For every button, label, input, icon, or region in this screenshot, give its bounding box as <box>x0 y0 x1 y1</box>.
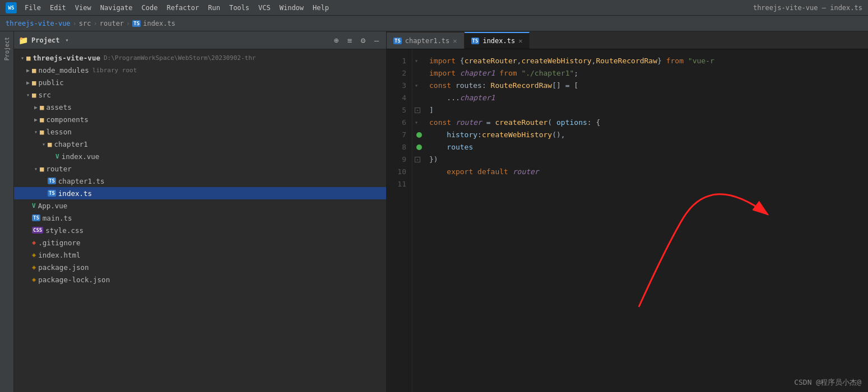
public-icon: ■ <box>32 78 36 87</box>
package-lock-icon: ◈ <box>32 276 36 283</box>
tree-index-ts[interactable]: ▶ TS index.ts <box>14 187 386 199</box>
tab-chapter1[interactable]: TS chapter1.ts ✕ <box>387 32 465 49</box>
node-modules-arrow: ▶ <box>24 67 32 73</box>
fold-box-5: - <box>415 108 420 113</box>
breadcrumb-project[interactable]: threejs-vite-vue <box>6 20 71 27</box>
code-line-3: const routes: RouteRecordRaw[] = [ <box>429 80 868 92</box>
tree-src[interactable]: ▾ ■ src <box>14 88 386 101</box>
code-content[interactable]: import {createRouter,createWebHistory,Ro… <box>424 49 868 392</box>
tree-main-ts[interactable]: ▶ TS main.ts <box>14 212 386 224</box>
lesson-icon: ■ <box>40 128 44 136</box>
line-num-5: 5 <box>387 104 406 116</box>
window-title: threejs-vite-vue – index.ts <box>753 4 862 12</box>
line-num-4: 4 <box>387 92 406 104</box>
index-vue-label: index.vue <box>62 152 100 161</box>
tree-app-vue[interactable]: ▶ V App.vue <box>14 199 386 212</box>
main-ts-icon: TS <box>32 214 40 221</box>
menu-file[interactable]: File <box>21 3 44 13</box>
gitignore-label: .gitignore <box>38 239 80 247</box>
assets-label: assets <box>47 103 72 111</box>
line-numbers: 1 2 3 4 5 6 7 8 9 10 11 <box>387 49 412 392</box>
gutter-2 <box>415 67 424 80</box>
menu-bar[interactable]: File Edit View Navigate Code Refactor Ru… <box>21 3 332 13</box>
tree-chapter1-ts[interactable]: ▶ TS chapter1.ts <box>14 175 386 187</box>
code-line-11 <box>429 178 868 190</box>
folder-icon: 📁 <box>18 36 28 45</box>
menu-navigate[interactable]: Navigate <box>97 3 136 13</box>
gutter-6: ▾ <box>415 116 424 129</box>
fold-box-9: - <box>415 157 420 162</box>
line-num-3: 3 <box>387 80 406 92</box>
code-editor[interactable]: 1 2 3 4 5 6 7 8 9 10 11 ▾ ▾ <box>387 49 868 392</box>
chapter1-label: chapter1 <box>54 140 88 148</box>
line-num-9: 9 <box>387 153 406 166</box>
add-icon[interactable]: ⊕ <box>331 35 341 45</box>
tree-lesson[interactable]: ▾ ■ lesson <box>14 125 386 138</box>
tree-node-modules[interactable]: ▶ ■ node_modules library root <box>14 64 386 76</box>
root-folder-icon: ■ <box>26 54 31 62</box>
style-css-label: style.css <box>45 226 83 235</box>
code-line-1: import {createRouter,createWebHistory,Ro… <box>429 55 868 67</box>
public-label: public <box>39 78 64 87</box>
tree-public[interactable]: ▶ ■ public <box>14 76 386 88</box>
code-line-8: routes <box>429 141 868 153</box>
tree-style-css[interactable]: ▶ CSS style.css <box>14 224 386 236</box>
chapter1-arrow: ▾ <box>40 141 48 147</box>
menu-edit[interactable]: Edit <box>47 3 69 13</box>
breadcrumb-router[interactable]: router <box>100 20 124 27</box>
collapse-all-icon[interactable]: ≡ <box>345 35 355 45</box>
gitignore-icon: ◈ <box>32 239 36 246</box>
app-vue-icon: V <box>32 202 36 209</box>
menu-code[interactable]: Code <box>138 3 161 13</box>
tree-index-vue[interactable]: ▶ V index.vue <box>14 150 386 162</box>
menu-help[interactable]: Help <box>309 3 332 13</box>
code-line-5: ] <box>429 104 868 116</box>
style-css-icon: CSS <box>32 227 43 234</box>
menu-run[interactable]: Run <box>205 3 224 13</box>
fold-3: ▾ <box>415 80 418 92</box>
chapter1-tab-icon: TS <box>393 38 402 44</box>
node-modules-suffix: library root <box>92 67 137 74</box>
menu-tools[interactable]: Tools <box>226 3 253 13</box>
sidebar-strip: Project <box>0 31 14 392</box>
node-modules-icon: ■ <box>32 66 36 74</box>
public-arrow: ▶ <box>24 80 32 86</box>
lesson-label: lesson <box>47 128 72 136</box>
line-num-10: 10 <box>387 166 406 178</box>
chapter1-tab-close[interactable]: ✕ <box>453 37 457 45</box>
tree-root[interactable]: ▾ ■ threejs-vite-vue D:\ProgramWorkSpace… <box>14 52 386 64</box>
project-strip-label[interactable]: Project <box>4 34 10 63</box>
tree-package-lock[interactable]: ▶ ◈ package-lock.json <box>14 273 386 286</box>
package-json-label: package.json <box>38 263 89 272</box>
chevron-down-icon[interactable]: ▾ <box>66 37 69 43</box>
code-line-10: export default router <box>429 166 868 178</box>
watermark: CSDN @程序员小杰@ <box>794 377 861 388</box>
breadcrumb-src[interactable]: src <box>79 20 91 27</box>
code-line-6: const router = createRouter( options: { <box>429 116 868 129</box>
menu-vcs[interactable]: VCS <box>255 3 274 13</box>
line-num-8: 8 <box>387 141 406 153</box>
hide-icon[interactable]: — <box>372 35 382 45</box>
package-json-icon: ◈ <box>32 263 36 271</box>
tab-bar: TS chapter1.ts ✕ TS index.ts ✕ <box>387 31 868 49</box>
menu-refactor[interactable]: Refactor <box>163 3 202 13</box>
tree-index-html[interactable]: ▶ ◈ index.html <box>14 249 386 261</box>
menu-view[interactable]: View <box>72 3 95 13</box>
tree-router[interactable]: ▾ ■ router <box>14 162 386 175</box>
settings-icon[interactable]: ⚙ <box>358 35 368 45</box>
gutter-8 <box>415 141 424 153</box>
breadcrumb-file-icon: TS <box>132 20 141 27</box>
tab-index[interactable]: TS index.ts ✕ <box>465 32 530 49</box>
code-line-7: history:createWebHistory(), <box>429 129 868 141</box>
root-name: threejs-vite-vue <box>33 54 100 62</box>
tree-gitignore[interactable]: ▶ ◈ .gitignore <box>14 236 386 249</box>
tree-assets[interactable]: ▶ ■ assets <box>14 101 386 113</box>
fold-6: ▾ <box>415 116 418 129</box>
index-tab-close[interactable]: ✕ <box>518 37 522 45</box>
menu-window[interactable]: Window <box>276 3 307 13</box>
fold-1: ▾ <box>415 55 418 67</box>
tree-chapter1[interactable]: ▾ ■ chapter1 <box>14 138 386 150</box>
tree-package-json[interactable]: ▶ ◈ package.json <box>14 261 386 273</box>
tree-components[interactable]: ▶ ■ components <box>14 113 386 125</box>
breadcrumb-file[interactable]: index.ts <box>143 20 175 27</box>
